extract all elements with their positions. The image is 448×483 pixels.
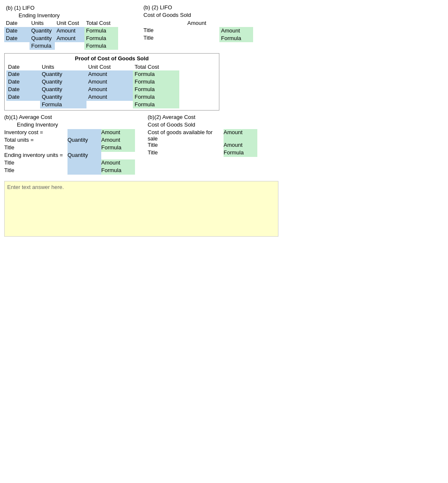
avg-title-1: Title <box>4 144 67 152</box>
avg-end-units-qty: Quantity <box>67 152 101 159</box>
proof-hdr-unit-cost: Unit Cost <box>86 63 133 70</box>
avg-title-3-empty <box>67 167 101 175</box>
proof-hdr-date: Date <box>6 63 40 70</box>
proof-row-4: Date Quantity Amount Formula <box>6 93 217 101</box>
avg-right-title-row-1: Title Amount <box>148 142 274 149</box>
avg-title-2-amount: Amount <box>101 159 135 167</box>
proof-r5-formula2: Formula <box>133 101 179 108</box>
proof-r5-empty <box>6 101 40 108</box>
avg-b1-header-label: (b)(1) Average Cost <box>4 114 52 121</box>
proof-r2-amt: Amount <box>86 78 133 86</box>
proof-section: Proof of Cost of Goods Sold Date Units U… <box>4 53 219 111</box>
b1-indent <box>4 12 17 19</box>
b2-lifo-header-row: (b) (2) LIFO <box>143 4 270 12</box>
avg-cost-avail-row: Cost of goods available for sale Amount <box>148 129 274 142</box>
b1-r1-amt: Amount <box>55 27 84 35</box>
proof-r2-qty: Quantity <box>40 78 86 86</box>
proof-r4-formula: Formula <box>133 93 179 101</box>
b1-r2-qty: Quantity <box>30 35 55 42</box>
proof-row-3: Date Quantity Amount Formula <box>6 86 217 93</box>
proof-r3-date: Date <box>6 86 40 93</box>
avg-section: (b)(1) Average Cost Ending Inventory Inv… <box>4 114 278 175</box>
b1-data-row-1: Date Quantity Amount Formula <box>4 27 143 35</box>
b1-header-label: (b) (1) LIFO <box>4 4 55 12</box>
proof-r1-amt: Amount <box>86 70 133 78</box>
avg-end-units-label: Ending inventory units = <box>4 152 67 159</box>
avg-inv-cost-label: Inventory cost = <box>4 129 67 137</box>
proof-row-1: Date Quantity Amount Formula <box>6 70 217 78</box>
avg-b1-ending-row: Ending Inventory <box>4 121 148 129</box>
proof-r5-formula: Formula <box>40 101 86 108</box>
b2-r2-formula: Formula <box>219 35 253 42</box>
b1-ending-inv-label: Ending Inventory <box>17 12 84 19</box>
avg-right-amount-1: Amount <box>224 142 257 149</box>
avg-right-title-2: Title <box>148 149 224 157</box>
avg-b2-header: (b)(2) Average Cost <box>148 114 274 121</box>
avg-title-row-3: Title Formula <box>4 167 148 175</box>
avg-total-units-label: Total units = <box>4 137 67 144</box>
avg-right-panel: (b)(2) Average Cost Cost of Goods Sold C… <box>148 114 274 175</box>
avg-title-1-empty <box>67 144 101 152</box>
avg-b2-cogs-label: Cost of Goods Sold <box>148 121 195 129</box>
b2-hdr-amount: Amount <box>186 19 215 27</box>
b1-lifo-panel: (b) (1) LIFO Ending Inventory Date Units… <box>4 4 143 50</box>
b1-r3-empty2 <box>55 42 84 50</box>
avg-inv-cost-qty <box>67 129 101 137</box>
proof-row-5: Formula Formula <box>6 101 217 108</box>
avg-title-row-1: Title Formula <box>4 144 148 152</box>
avg-title-row-2: Title Amount <box>4 159 148 167</box>
b2-r2-title: Title <box>143 35 186 42</box>
b1-hdr-unit-cost: Unit Cost <box>55 19 84 27</box>
proof-r3-qty: Quantity <box>40 86 86 93</box>
proof-r4-amt: Amount <box>86 93 133 101</box>
b1-r1-qty: Quantity <box>30 27 55 35</box>
avg-b1-header: (b)(1) Average Cost <box>4 114 148 121</box>
proof-col-headers: Date Units Unit Cost Total Cost <box>6 63 217 70</box>
proof-r2-formula: Formula <box>133 78 179 86</box>
b1-r2-date: Date <box>4 35 30 42</box>
avg-b1-ending-label: Ending Inventory <box>17 121 58 129</box>
top-section: (b) (1) LIFO Ending Inventory Date Units… <box>4 4 278 50</box>
avg-total-units-row: Total units = Quantity Amount <box>4 137 148 144</box>
b2-r2-empty <box>186 35 219 42</box>
avg-cost-avail-amount: Amount <box>224 129 257 142</box>
proof-title: Proof of Cost of Goods Sold <box>6 55 217 62</box>
proof-r1-qty: Quantity <box>40 70 86 78</box>
main-container: (b) (1) LIFO Ending Inventory Date Units… <box>4 4 278 237</box>
b1-r3-formula: Formula <box>30 42 55 50</box>
b1-lifo-header-row: (b) (1) LIFO <box>4 4 143 12</box>
avg-inv-cost-row: Inventory cost = Amount <box>4 129 148 137</box>
avg-end-units-row: Ending inventory units = Quantity <box>4 152 148 159</box>
b1-data-row-2: Date Quantity Amount Formula <box>4 35 143 42</box>
b2-lifo-panel: (b) (2) LIFO Cost of Goods Sold Amount T… <box>143 4 270 50</box>
b2-header-label: (b) (2) LIFO <box>143 4 228 12</box>
proof-r1-date: Date <box>6 70 40 78</box>
b1-r2-amt: Amount <box>55 35 84 42</box>
answer-box-container[interactable]: Enter text answer here. <box>4 181 278 237</box>
avg-cost-avail-label: Cost of goods available for sale <box>148 129 224 142</box>
avg-left-panel: (b)(1) Average Cost Ending Inventory Inv… <box>4 114 148 175</box>
proof-r4-date: Date <box>6 93 40 101</box>
proof-r1-formula: Formula <box>133 70 179 78</box>
b2-r1-empty <box>186 27 219 35</box>
proof-r3-amt: Amount <box>86 86 133 93</box>
avg-title-3: Title <box>4 167 67 175</box>
b1-data-row-3: Formula Formula <box>4 42 143 50</box>
avg-title-1-formula: Formula <box>101 144 135 152</box>
b2-r1-title: Title <box>143 27 186 35</box>
b2-col-headers: Amount <box>143 19 270 27</box>
b2-hdr-empty <box>143 19 186 27</box>
proof-r2-date: Date <box>6 78 40 86</box>
b1-col-headers: Date Units Unit Cost Total Cost <box>4 19 143 27</box>
b2-data-row-1: Title Amount <box>143 27 270 35</box>
avg-right-title-1: Title <box>148 142 224 149</box>
proof-r3-formula: Formula <box>133 86 179 93</box>
proof-hdr-total: Total Cost <box>133 63 179 70</box>
proof-r5-empty2 <box>86 101 133 108</box>
answer-textarea[interactable] <box>7 190 275 232</box>
avg-b2-cogs-row: Cost of Goods Sold <box>148 121 274 129</box>
b1-ending-inv-row: Ending Inventory <box>4 12 143 19</box>
b1-hdr-date: Date <box>4 19 30 27</box>
b2-cogs-row: Cost of Goods Sold <box>143 12 270 19</box>
proof-row-2: Date Quantity Amount Formula <box>6 78 217 86</box>
